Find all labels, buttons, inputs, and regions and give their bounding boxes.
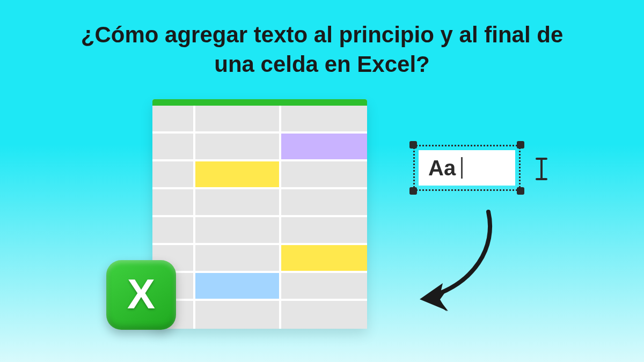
spreadsheet-cell (195, 301, 281, 329)
spreadsheet-cell (152, 134, 195, 159)
spreadsheet-cell (281, 161, 367, 187)
spreadsheet-row (152, 245, 367, 273)
selection-handle-bottom-left (409, 187, 417, 195)
spreadsheet-cell (281, 189, 367, 215)
spreadsheet-topbar (152, 99, 367, 106)
spreadsheet-cell (281, 301, 367, 329)
page-title: ¿Cómo agregar texto al principio y al fi… (80, 20, 564, 79)
svg-marker-0 (420, 283, 448, 311)
spreadsheet-row (152, 217, 367, 245)
excel-letter: X (127, 270, 155, 319)
spreadsheet-cell (152, 106, 195, 131)
spreadsheet-cell (281, 217, 367, 243)
spreadsheet-row (152, 273, 367, 301)
ibeam-cursor-icon (536, 158, 547, 180)
spreadsheet-row (152, 189, 367, 217)
spreadsheet-cell (195, 217, 281, 243)
spreadsheet-grid (152, 106, 367, 329)
spreadsheet-cell (195, 106, 281, 131)
spreadsheet-row (152, 106, 367, 134)
spreadsheet-illustration (152, 99, 367, 329)
selection-handle-top-right (517, 141, 524, 149)
selection-handle-top-left (409, 141, 417, 149)
spreadsheet-cell (195, 134, 281, 159)
text-input-field: Aa (419, 150, 515, 186)
text-input-selection-box: Aa (413, 145, 521, 191)
spreadsheet-row (152, 134, 367, 161)
spreadsheet-cell (281, 245, 367, 271)
excel-app-icon: X (106, 260, 176, 330)
spreadsheet-cell (281, 106, 367, 131)
arrow-icon (397, 204, 515, 316)
text-caret (461, 157, 463, 179)
spreadsheet-cell (152, 189, 195, 215)
spreadsheet-cell (152, 217, 195, 243)
spreadsheet-cell (195, 161, 281, 187)
text-input-value: Aa (428, 156, 456, 180)
spreadsheet-cell (152, 161, 195, 187)
spreadsheet-cell (195, 273, 281, 299)
spreadsheet-row (152, 161, 367, 189)
spreadsheet-row (152, 301, 367, 329)
selection-handle-bottom-right (517, 187, 524, 195)
spreadsheet-cell (195, 189, 281, 215)
spreadsheet-cell (195, 245, 281, 271)
spreadsheet-cell (281, 134, 367, 159)
spreadsheet-cell (281, 273, 367, 299)
